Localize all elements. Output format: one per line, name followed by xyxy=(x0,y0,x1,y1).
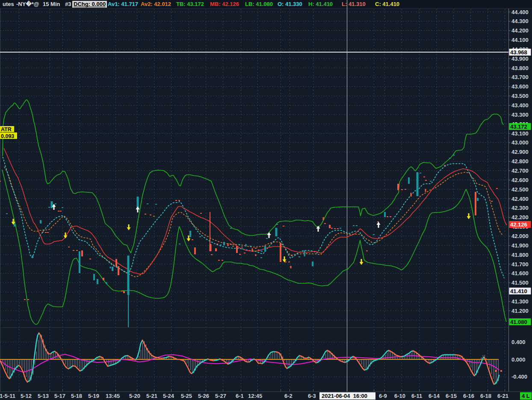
svg-text:43.500: 43.500 xyxy=(511,93,529,99)
svg-text:5-25: 5-25 xyxy=(181,393,192,399)
svg-text:DChg: 0.000: DChg: 0.000 xyxy=(74,1,106,7)
svg-text:6-10: 6-10 xyxy=(394,393,405,399)
svg-text:-NY�*@: -NY�*@ xyxy=(16,0,39,7)
svg-text:41.500: 41.500 xyxy=(511,279,529,286)
svg-text:44.400: 44.400 xyxy=(511,9,529,15)
svg-text:H: 41.410: H: 41.410 xyxy=(308,1,333,7)
svg-text:-0.400: -0.400 xyxy=(511,374,527,380)
svg-text:15 Min: 15 Min xyxy=(43,1,60,7)
svg-text:5-18: 5-18 xyxy=(71,393,82,399)
svg-text:6-3: 6-3 xyxy=(308,393,316,399)
svg-text:Av1: 41.717: Av1: 41.717 xyxy=(108,1,138,7)
svg-text:4 L: 4 L xyxy=(522,393,530,399)
svg-text:43.172: 43.172 xyxy=(510,124,527,130)
svg-text:utes: utes xyxy=(3,1,14,7)
svg-text:6-2: 6-2 xyxy=(284,393,293,399)
svg-text:6-21: 6-21 xyxy=(497,393,508,399)
svg-text:6-11: 6-11 xyxy=(411,393,422,399)
svg-text:6-16: 6-16 xyxy=(463,393,474,399)
svg-text:6-14: 6-14 xyxy=(429,393,440,399)
svg-text:TB: 43.172: TB: 43.172 xyxy=(176,1,204,7)
svg-text:41.200: 41.200 xyxy=(511,308,529,314)
svg-text:42.400: 42.400 xyxy=(511,196,529,202)
svg-text:5-27: 5-27 xyxy=(215,393,226,399)
svg-text:43.300: 43.300 xyxy=(511,112,529,118)
svg-text:0.400: 0.400 xyxy=(511,339,526,345)
svg-text:42.600: 42.600 xyxy=(511,177,529,183)
svg-text:41.900: 41.900 xyxy=(511,242,529,249)
svg-text:41.700: 41.700 xyxy=(511,261,529,268)
svg-text:41.600: 41.600 xyxy=(511,270,529,276)
svg-text:5-12: 5-12 xyxy=(21,393,32,399)
svg-text:43.900: 43.900 xyxy=(511,56,529,62)
svg-text:LB: 41.080: LB: 41.080 xyxy=(245,1,273,7)
svg-text:42.500: 42.500 xyxy=(511,186,529,193)
svg-text:43.100: 43.100 xyxy=(511,130,529,137)
svg-text:43.000: 43.000 xyxy=(511,139,529,146)
svg-text:5-26: 5-26 xyxy=(198,393,209,399)
svg-text:43.700: 43.700 xyxy=(511,74,529,80)
svg-text:44.200: 44.200 xyxy=(511,27,529,34)
svg-text:6-18: 6-18 xyxy=(480,393,491,399)
svg-text:L: 41.310: L: 41.310 xyxy=(342,1,366,7)
svg-text:44.100: 44.100 xyxy=(511,37,529,43)
svg-text:6-1: 6-1 xyxy=(236,393,244,399)
svg-text:43.968: 43.968 xyxy=(510,49,527,56)
svg-text:21-5-11: 21-5-11 xyxy=(0,393,15,399)
svg-text:42.126: 42.126 xyxy=(510,221,527,228)
svg-text:2021-06-04 16:00: 2021-06-04 16:00 xyxy=(322,393,367,399)
svg-text:MB: 42.126: MB: 42.126 xyxy=(210,1,239,7)
svg-text:5-21: 5-21 xyxy=(146,393,157,399)
svg-text:41.300: 41.300 xyxy=(511,298,529,305)
svg-text:41.080: 41.080 xyxy=(510,319,527,325)
svg-text:5-24: 5-24 xyxy=(163,393,174,399)
svg-text:42.900: 42.900 xyxy=(511,149,529,155)
svg-text:42.700: 42.700 xyxy=(511,168,529,174)
svg-text:5-19: 5-19 xyxy=(88,393,99,399)
svg-text:41.800: 41.800 xyxy=(511,252,529,258)
svg-text:5-17: 5-17 xyxy=(54,393,65,399)
svg-text:42.300: 42.300 xyxy=(511,205,529,211)
svg-text:6-15: 6-15 xyxy=(446,393,457,399)
svg-text:O: 41.330: O: 41.330 xyxy=(278,1,302,7)
svg-text:44.300: 44.300 xyxy=(511,18,529,24)
svg-text:0.093: 0.093 xyxy=(1,133,14,139)
svg-text:43.600: 43.600 xyxy=(511,83,529,90)
svg-text:5-20: 5-20 xyxy=(129,393,140,399)
svg-text:42.800: 42.800 xyxy=(511,158,529,165)
svg-text:Av2: 42.012: Av2: 42.012 xyxy=(141,1,171,7)
svg-text:41.410: 41.410 xyxy=(510,288,527,294)
svg-text:42.000: 42.000 xyxy=(511,233,529,239)
svg-text:6-9: 6-9 xyxy=(379,393,387,399)
svg-text:13:45: 13:45 xyxy=(106,393,120,399)
svg-text:42.200: 42.200 xyxy=(511,214,529,221)
svg-text:5-13: 5-13 xyxy=(38,393,49,399)
svg-text:43.400: 43.400 xyxy=(511,102,529,109)
svg-text:12:45: 12:45 xyxy=(248,393,262,399)
svg-text:C: 41.410: C: 41.410 xyxy=(375,1,399,7)
svg-text:#3: #3 xyxy=(65,1,71,7)
svg-text:ATR: ATR xyxy=(1,126,12,132)
svg-text:43.800: 43.800 xyxy=(511,65,529,71)
svg-text:0.000: 0.000 xyxy=(511,356,526,363)
